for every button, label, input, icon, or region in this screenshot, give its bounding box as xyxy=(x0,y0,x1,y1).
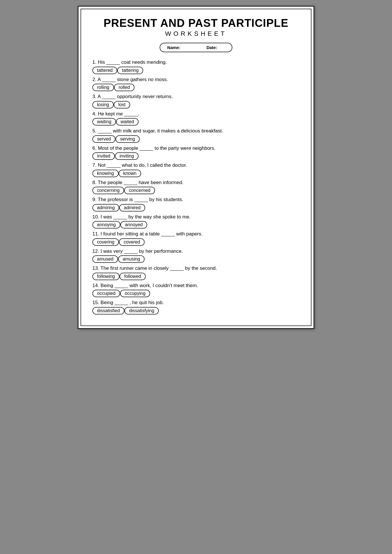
option-pill-12-0[interactable]: amused xyxy=(92,255,118,263)
name-label: Name: xyxy=(167,45,180,50)
option-pill-10-1[interactable]: annoyed xyxy=(120,221,147,229)
option-pill-7-0[interactable]: knowing xyxy=(92,170,119,177)
option-pill-9-0[interactable]: admiring xyxy=(92,204,119,212)
question-text-14: 14. Being _____ with work, I couldn't me… xyxy=(92,282,300,289)
options-row-13: followingfollowed xyxy=(92,273,300,280)
question-block-2: 2. A _____ stone gathers no moss.rolling… xyxy=(92,76,300,91)
option-pill-12-1[interactable]: amusing xyxy=(118,255,145,263)
option-pill-3-0[interactable]: losing xyxy=(92,101,114,108)
options-row-3: losinglost xyxy=(92,101,300,108)
question-text-15: 15. Being _____ , he quit his job. xyxy=(92,299,300,306)
question-text-2: 2. A _____ stone gathers no moss. xyxy=(92,76,300,83)
question-block-12: 12. I was very _____ by her performance.… xyxy=(92,248,300,263)
option-pill-1-0[interactable]: tattered xyxy=(92,67,117,74)
question-block-6: 6. Most of the people _____ to the party… xyxy=(92,145,300,160)
question-block-8: 8. The people _____ have been informed.c… xyxy=(92,179,300,194)
option-pill-10-0[interactable]: annoying xyxy=(92,221,120,229)
options-row-2: rollingrolled xyxy=(92,84,300,91)
question-text-1: 1. His _____ coat needs mending. xyxy=(92,59,300,66)
option-pill-13-1[interactable]: followed xyxy=(120,273,146,280)
option-pill-11-1[interactable]: covered xyxy=(119,238,145,246)
option-pill-15-0[interactable]: dissatisfied xyxy=(92,307,124,315)
options-row-4: waitingwaited xyxy=(92,118,300,126)
question-block-10: 10. I was _____ by the way she spoke to … xyxy=(92,213,300,229)
question-block-9: 9. The professor is _____ by his student… xyxy=(92,196,300,212)
question-text-3: 3. A _____ opportunity never returns. xyxy=(92,93,300,100)
date-label: Date: xyxy=(206,45,217,50)
question-block-4: 4. He kept me _____.waitingwaited xyxy=(92,110,300,126)
options-row-9: admiringadmired xyxy=(92,204,300,212)
question-text-6: 6. Most of the people _____ to the party… xyxy=(92,145,300,152)
options-row-14: occupiedoccupying xyxy=(92,290,300,297)
question-text-11: 11. I found her sitting at a table _____… xyxy=(92,230,300,238)
question-text-4: 4. He kept me _____. xyxy=(92,110,300,118)
question-block-14: 14. Being _____ with work, I couldn't me… xyxy=(92,282,300,297)
option-pill-2-1[interactable]: rolled xyxy=(114,84,135,91)
options-row-12: amusedamusing xyxy=(92,255,300,263)
option-pill-15-1[interactable]: dissatisfying xyxy=(124,307,159,315)
options-row-8: concerningconcerned xyxy=(92,187,300,194)
worksheet-page: PRESENT AND PAST PARTICIPLE WORKSHEET Na… xyxy=(78,6,314,329)
option-pill-13-0[interactable]: following xyxy=(92,273,120,280)
name-date-box: Name: Date: xyxy=(160,43,232,52)
question-block-11: 11. I found her sitting at a table _____… xyxy=(92,230,300,246)
option-pill-14-0[interactable]: occupied xyxy=(92,290,120,297)
question-block-15: 15. Being _____ , he quit his job.dissat… xyxy=(92,299,300,315)
option-pill-6-1[interactable]: inviting xyxy=(115,152,139,160)
option-pill-14-1[interactable]: occupying xyxy=(120,290,150,297)
options-row-11: coveringcovered xyxy=(92,238,300,246)
option-pill-6-0[interactable]: invited xyxy=(92,152,115,160)
options-row-10: annoyingannoyed xyxy=(92,221,300,229)
question-text-5: 5. _____ with milk and sugar, it makes a… xyxy=(92,127,300,135)
question-text-13: 13. The first runner came in closely ___… xyxy=(92,265,300,272)
question-block-3: 3. A _____ opportunity never returns.los… xyxy=(92,93,300,108)
options-row-5: servedserving xyxy=(92,135,300,143)
page-subtitle: WORKSHEET xyxy=(92,30,300,38)
option-pill-9-1[interactable]: admired xyxy=(119,204,145,212)
options-row-7: knowingknown xyxy=(92,170,300,177)
option-pill-4-1[interactable]: waited xyxy=(116,118,139,126)
option-pill-1-1[interactable]: tattering xyxy=(117,67,143,74)
question-block-13: 13. The first runner came in closely ___… xyxy=(92,265,300,280)
questions-container: 1. His _____ coat needs mending.tattered… xyxy=(92,59,300,315)
options-row-15: dissatisfieddissatisfying xyxy=(92,307,300,315)
option-pill-8-0[interactable]: concerning xyxy=(92,187,124,194)
question-text-9: 9. The professor is _____ by his student… xyxy=(92,196,300,203)
options-row-1: tatteredtattering xyxy=(92,67,300,74)
option-pill-5-1[interactable]: serving xyxy=(115,135,140,143)
question-text-8: 8. The people _____ have been informed. xyxy=(92,179,300,186)
question-text-10: 10. I was _____ by the way she spoke to … xyxy=(92,213,300,221)
question-block-5: 5. _____ with milk and sugar, it makes a… xyxy=(92,127,300,143)
page-title: PRESENT AND PAST PARTICIPLE xyxy=(92,17,300,29)
question-block-1: 1. His _____ coat needs mending.tattered… xyxy=(92,59,300,74)
option-pill-8-1[interactable]: concerned xyxy=(124,187,155,194)
options-row-6: invitedinviting xyxy=(92,152,300,160)
option-pill-3-1[interactable]: lost xyxy=(114,101,130,108)
name-date-row: Name: Date: xyxy=(92,43,300,52)
question-block-7: 7. Not _____ what to do, I called the do… xyxy=(92,162,300,177)
option-pill-4-0[interactable]: waiting xyxy=(92,118,116,126)
question-text-12: 12. I was very _____ by her performance. xyxy=(92,248,300,255)
option-pill-2-0[interactable]: rolling xyxy=(92,84,114,91)
option-pill-5-0[interactable]: served xyxy=(92,135,115,143)
option-pill-7-1[interactable]: known xyxy=(119,170,141,177)
option-pill-11-0[interactable]: covering xyxy=(92,238,119,246)
question-text-7: 7. Not _____ what to do, I called the do… xyxy=(92,162,300,169)
